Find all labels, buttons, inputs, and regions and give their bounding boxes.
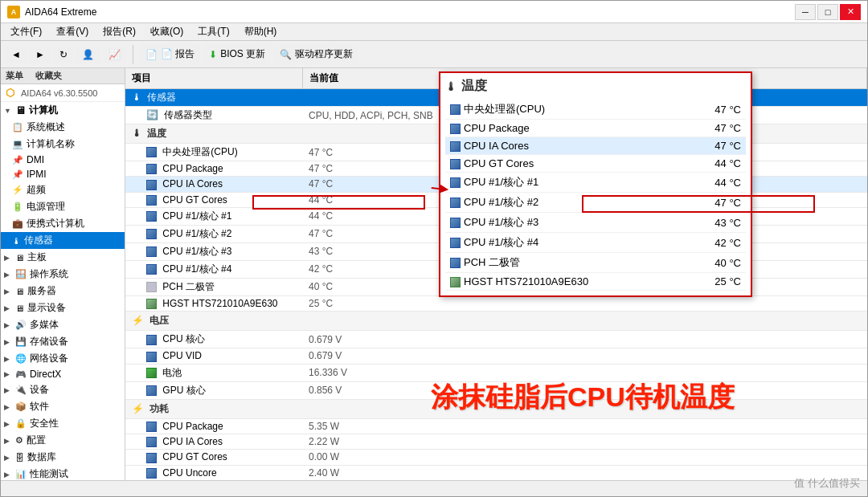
mm-label: 多媒体 (30, 318, 59, 332)
popup-row-label: CPU #1/核心 #3 (464, 216, 538, 228)
toolbar: ◄ ► ↻ 👤 📈 📄 📄 报告 ⬇ BIOS 更新 🔍 驱动程序更新 (1, 41, 867, 68)
power-icon: ⚡ (132, 403, 144, 414)
sidebar-item-security[interactable]: ▶ 🔒 安全性 (1, 415, 125, 432)
sw-arrow: ▶ (4, 403, 12, 411)
disp-arrow: ▶ (4, 304, 12, 312)
title-bar-left: A AIDA64 Extreme (7, 6, 96, 18)
sidebar-item-overclock[interactable]: ⚡ 超频 (1, 181, 125, 198)
sidebar-item-devices[interactable]: ▶ 🔌 设备 (1, 381, 125, 398)
close-button[interactable]: ✕ (840, 4, 861, 20)
computer-expand-icon: ▼ (4, 107, 12, 115)
sidebar-item-sysoverview[interactable]: 📋 系统概述 (1, 119, 125, 136)
popup-row-value: 44 °C (690, 173, 746, 193)
bios-update-button[interactable]: ⬇ BIOS 更新 (203, 44, 271, 64)
sidebar-item-computername[interactable]: 💻 计算机名称 (1, 136, 125, 153)
mm-icon: 🔊 (15, 320, 27, 330)
sidebar-item-database[interactable]: ▶ 🗄 数据库 (1, 449, 125, 466)
sidebar-item-display[interactable]: ▶ 🖥 显示设备 (1, 299, 125, 316)
db-arrow: ▶ (4, 454, 12, 462)
bios-icon: ⬇ (209, 49, 217, 60)
sidebar-item-config[interactable]: ▶ ⚙ 配置 (1, 432, 125, 449)
sidebar-item-storage[interactable]: ▶ 💾 存储设备 (1, 333, 125, 350)
menu-tools[interactable]: 工具(T) (191, 23, 235, 40)
driver-icon: 🔍 (280, 49, 292, 60)
menu-favorites[interactable]: 收藏(O) (144, 23, 190, 40)
overclock-icon: ⚡ (12, 185, 23, 195)
popup-row-value: 25 °C (690, 273, 746, 291)
sensor-label: 传感器 (24, 234, 53, 247)
table-row[interactable]: HGST HTS721010A9E630 25 °C (125, 295, 867, 311)
mb-icon: 🖥 (15, 253, 24, 263)
cpu-gt-icon (146, 195, 157, 206)
sidebar-item-portable[interactable]: 💼 便携式计算机 (1, 215, 125, 232)
sidebar-item-sensor[interactable]: 🌡 传感器 (1, 232, 125, 249)
sidebar-item-multimedia[interactable]: ▶ 🔊 多媒体 (1, 316, 125, 333)
sensor-type-label: 🔄 传感器类型 (125, 107, 302, 124)
cpuv-icon (146, 335, 157, 345)
net-icon: 🌐 (15, 353, 27, 364)
chart-button[interactable]: 📈 (103, 46, 126, 63)
sidebar-item-os[interactable]: ▶ 🪟 操作系统 (1, 266, 125, 283)
watermark-text: 值 什么值得买 (794, 477, 860, 489)
sidebar-item-ipmi[interactable]: 📌 IPMI (1, 167, 125, 181)
sensor-type-icon: 🔄 (146, 109, 158, 120)
main-panel: 项目 当前值 🌡 传感器 🔄 (125, 68, 867, 480)
sidebar-item-benchmark[interactable]: ▶ 📊 性能测试 (1, 466, 125, 480)
sidebar-item-dmi[interactable]: 📌 DMI (1, 153, 125, 167)
minimize-button[interactable]: ─ (795, 4, 816, 20)
menu-help[interactable]: 帮助(H) (238, 23, 284, 40)
forward-button[interactable]: ► (30, 46, 51, 63)
popup-row-icon (450, 258, 461, 268)
core4-icon (146, 264, 157, 275)
menu-report[interactable]: 报告(R) (96, 23, 142, 40)
back-button[interactable]: ◄ (6, 46, 27, 63)
menu-file[interactable]: 文件(F) (4, 23, 48, 40)
voltage-icon: ⚡ (132, 315, 144, 326)
sidebar-item-directx[interactable]: ▶ 🎮 DirectX (1, 367, 125, 381)
sidebar-item-software[interactable]: ▶ 📦 软件 (1, 398, 125, 415)
table-row[interactable]: CPU IA Cores 2.22 W (125, 434, 867, 449)
popup-row-value: 47 °C (690, 193, 746, 213)
status-bar (1, 480, 867, 496)
sidebar-item-network[interactable]: ▶ 🌐 网络设备 (1, 350, 125, 367)
popup-row-label: CPU #1/核心 #2 (464, 196, 538, 208)
report-button[interactable]: 📄 📄 报告 (140, 44, 200, 64)
popup-row-label: 中央处理器(CPU) (464, 103, 545, 115)
table-row[interactable]: CPU Package 5.35 W (125, 418, 867, 434)
dx-label: DirectX (30, 369, 61, 380)
popup-title-text: 温度 (461, 78, 487, 95)
sidebar-item-computer[interactable]: ▼ 🖥 计算机 (1, 102, 125, 119)
popup-table-row: PCH 二极管40 °C (445, 253, 746, 273)
driver-update-button[interactable]: 🔍 驱动程序更新 (274, 44, 358, 64)
table-row[interactable]: CPU GT Cores 0.00 W (125, 450, 867, 465)
sidebar-item-powermgmt[interactable]: 🔋 电源管理 (1, 198, 125, 215)
sidebar-aida64-version: ⬡ AIDA64 v6.30.5500 (1, 84, 125, 102)
forward-icon: ► (35, 49, 45, 60)
popup-table: 中央处理器(CPU)47 °CCPU Package47 °CCPU IA Co… (445, 100, 746, 291)
person-button[interactable]: 👤 (76, 46, 100, 63)
powermgmt-icon: 🔋 (12, 202, 23, 212)
core1-icon (146, 211, 157, 222)
popup-title: 🌡 温度 (445, 78, 746, 95)
popup-table-row: CPU #1/核心 #144 °C (445, 173, 746, 193)
menu-view[interactable]: 查看(V) (50, 23, 95, 40)
net-label: 网络设备 (30, 352, 68, 365)
popup-table-row: 中央处理器(CPU)47 °C (445, 100, 746, 120)
table-row[interactable]: CPU Uncore 2.40 W (125, 465, 867, 480)
dx-arrow: ▶ (4, 370, 12, 378)
watermark: 值 什么值得买 (794, 476, 860, 491)
sec-icon: 🔒 (15, 418, 27, 429)
maximize-button[interactable]: □ (817, 4, 838, 20)
popup-table-row: CPU GT Cores44 °C (445, 155, 746, 173)
sidebar-item-motherboard[interactable]: ▶ 🖥 主板 (1, 249, 125, 266)
st-label: 存储设备 (30, 335, 68, 348)
dev-label: 设备 (30, 383, 49, 397)
chart-icon: 📈 (108, 49, 121, 60)
refresh-button[interactable]: ↻ (54, 46, 73, 63)
cfg-arrow: ▶ (4, 437, 12, 445)
sidebar-item-server[interactable]: ▶ 🖥 服务器 (1, 283, 125, 299)
table-row[interactable]: CPU 核心 0.679 V (125, 331, 867, 348)
portable-icon: 💼 (12, 218, 23, 229)
table-row[interactable]: CPU VID 0.679 V (125, 348, 867, 364)
popup-row-icon (450, 218, 461, 228)
